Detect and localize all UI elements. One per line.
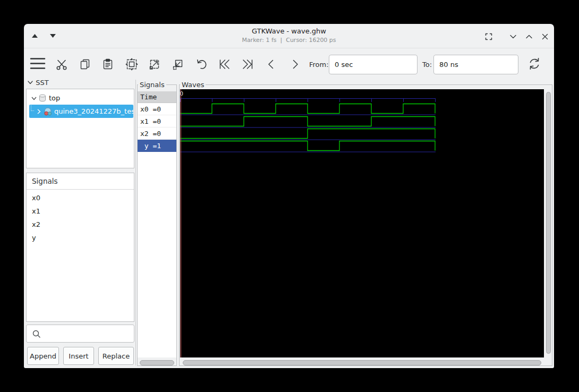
signal-name-row[interactable]: y =1 xyxy=(138,140,176,152)
sst-header[interactable]: SST xyxy=(27,79,49,88)
signal-search-item[interactable]: x0 xyxy=(27,191,134,204)
titlebar[interactable]: GTKWave - wave.ghw Marker: 1 fs | Cursor… xyxy=(24,24,554,48)
tree-item-label: quine3_20241227b_test xyxy=(54,105,133,118)
tree-item-module[interactable]: quine3_20241227b_test xyxy=(27,105,134,118)
waves-hscrollbar[interactable] xyxy=(183,360,541,365)
zoom-in-button[interactable] xyxy=(148,58,161,71)
waveform-plot: 0 xyxy=(180,89,544,357)
maximize-icon xyxy=(484,32,493,41)
signals-search-header[interactable]: Signals xyxy=(27,173,134,190)
gtkwave-window: GTKWave - wave.ghw Marker: 1 fs | Cursor… xyxy=(24,24,554,368)
window-title: GTKWave - wave.ghw xyxy=(24,27,554,35)
time-header[interactable]: Time xyxy=(138,91,176,103)
cut-icon xyxy=(55,58,68,71)
previous-icon xyxy=(265,58,278,71)
signal-names-frame-label: Signals xyxy=(138,81,166,89)
waves-frame: Waves 0 xyxy=(179,84,552,366)
svg-text:0: 0 xyxy=(180,90,183,97)
search-box[interactable] xyxy=(26,325,134,343)
skip-to-end-icon xyxy=(241,58,254,71)
reload-icon xyxy=(527,57,541,71)
signal-name-row[interactable]: x2 =0 xyxy=(138,127,176,140)
wave-canvas[interactable]: 0 xyxy=(180,89,544,357)
expander-chevron-down-icon xyxy=(31,96,37,101)
chevron-down-icon xyxy=(27,79,33,86)
skip-to-end-button[interactable] xyxy=(241,58,254,71)
signals-search-panel: Signals x0x1x2y xyxy=(26,173,134,322)
pane-splitter[interactable] xyxy=(135,80,136,365)
maximize-button[interactable] xyxy=(484,32,493,41)
menu-icon xyxy=(29,57,46,71)
tree-guide-lines xyxy=(31,105,34,111)
next-icon xyxy=(288,58,301,71)
insert-button[interactable]: Insert xyxy=(63,347,94,365)
module-icon xyxy=(44,107,52,116)
signal-name-row[interactable]: x1 =0 xyxy=(138,115,176,127)
signals-search-list: x0x1x2y xyxy=(27,190,134,244)
to-label: To: xyxy=(422,61,432,69)
sst-label: SST xyxy=(36,79,48,87)
window-subtitle: Marker: 1 fs | Cursor: 16200 ps xyxy=(24,37,554,44)
sst-tree[interactable]: top quine3_20241227b_test xyxy=(26,89,134,168)
append-button[interactable]: Append xyxy=(27,347,59,365)
skip-to-start-button[interactable] xyxy=(218,58,231,71)
paste-icon xyxy=(101,58,114,71)
undo-icon xyxy=(195,58,208,71)
copy-button[interactable] xyxy=(79,58,91,71)
reload-button[interactable] xyxy=(527,57,541,71)
search-input[interactable] xyxy=(44,326,133,342)
expander-chevron-right-icon xyxy=(36,108,42,115)
zoom-out-icon xyxy=(172,58,184,71)
replace-button[interactable]: Replace xyxy=(98,347,134,365)
undo-button[interactable] xyxy=(195,58,208,71)
signal-search-item[interactable]: y xyxy=(27,231,134,244)
zoom-fit-button[interactable] xyxy=(125,58,138,71)
chevron-down-icon xyxy=(509,33,517,40)
signal-name-row[interactable]: x0 =0 xyxy=(138,103,176,115)
menu-button[interactable] xyxy=(29,57,46,71)
close-icon xyxy=(541,33,549,40)
chevron-up-icon xyxy=(525,33,533,40)
waves-vscrollbar[interactable] xyxy=(546,92,551,354)
next-button[interactable] xyxy=(288,58,301,71)
cylinder-icon xyxy=(39,94,46,102)
zoom-in-icon xyxy=(148,58,161,71)
tree-item-label: top xyxy=(49,91,60,105)
signal-search-item[interactable]: x2 xyxy=(27,218,134,231)
cut-button[interactable] xyxy=(55,58,68,71)
copy-icon xyxy=(79,58,91,71)
zoom-out-button[interactable] xyxy=(172,58,184,71)
search-icon xyxy=(32,329,41,339)
signals-hscrollbar[interactable] xyxy=(140,360,174,365)
zoom-fit-icon xyxy=(125,58,138,71)
paste-button[interactable] xyxy=(101,58,114,71)
tree-selection: quine3_20241227b_test xyxy=(29,105,133,118)
skip-to-start-icon xyxy=(218,58,231,71)
tree-item-top[interactable]: top xyxy=(27,91,134,105)
close-button[interactable] xyxy=(541,33,549,40)
signal-names-frame: Signals Time x0 =0x1 =0x2 =0 y =1 xyxy=(137,84,177,366)
from-label: From: xyxy=(309,61,329,69)
from-input[interactable] xyxy=(329,55,418,74)
shade-button[interactable] xyxy=(525,33,533,40)
signal-search-item[interactable]: x1 xyxy=(27,204,134,218)
previous-button[interactable] xyxy=(265,58,278,71)
signal-names-list: Time x0 =0x1 =0x2 =0 y =1 xyxy=(138,91,176,357)
waves-frame-label: Waves xyxy=(180,81,206,89)
unshade-button[interactable] xyxy=(509,33,517,40)
to-input[interactable] xyxy=(433,55,518,74)
